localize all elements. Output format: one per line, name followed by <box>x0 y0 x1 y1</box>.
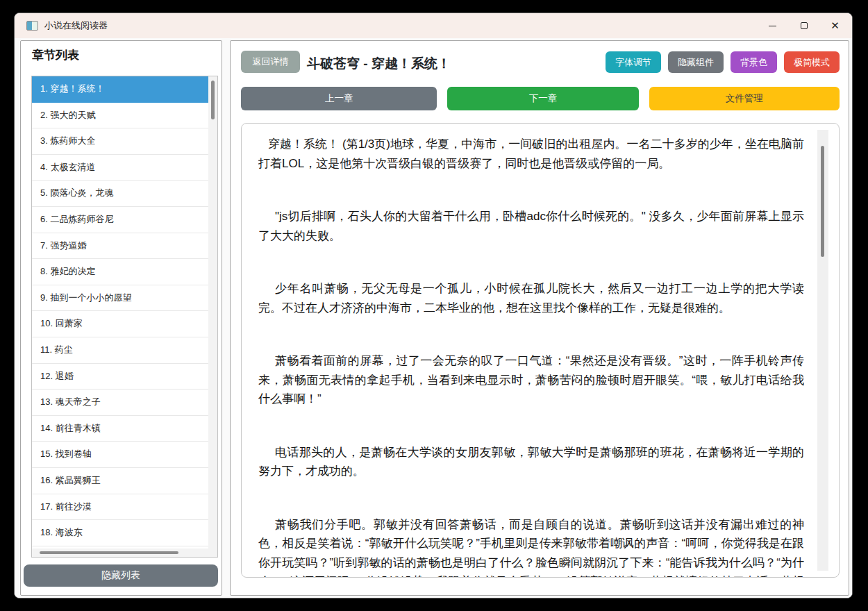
reader-content: 穿越！系统！ (第1/3页)地球，华夏，中海市，一间破旧的出租屋内。一名二十多岁… <box>258 135 804 577</box>
reader-text-area: 穿越！系统！ (第1/3页)地球，华夏，中海市，一间破旧的出租屋内。一名二十多岁… <box>241 123 840 578</box>
app-icon <box>26 21 38 31</box>
window-title: 小说在线阅读器 <box>44 19 108 32</box>
reader-paragraph: 少年名叫萧畅，无父无母是一个孤儿，小时候在孤儿院长大，然后又一边打工一边上学的把… <box>258 279 804 317</box>
chapter-item[interactable]: 18. 海波东 <box>32 520 208 546</box>
chapter-list: 1. 穿越！系统！2. 强大的天赋3. 炼药师大全4. 太极玄清道5. 陨落心炎… <box>31 76 218 558</box>
next-chapter-button[interactable]: 下一章 <box>447 87 638 110</box>
chapter-item[interactable]: 10. 回萧家 <box>32 311 208 337</box>
reader-scrollbar-thumb[interactable] <box>821 146 824 257</box>
minimal-mode-button[interactable]: 极简模式 <box>784 51 840 73</box>
reader-paragraph: 穿越！系统！ (第1/3页)地球，华夏，中海市，一间破旧的出租屋内。一名二十多岁… <box>258 135 804 173</box>
reader-toolbar: 字体调节 隐藏组件 背景色 极简模式 <box>606 51 840 73</box>
reader-paragraph: 萧畅看着面前的屏幕，过了一会无奈的叹了一口气道：“果然还是没有晋级。”这时，一阵… <box>258 351 804 409</box>
chapter-title: 斗破苍穹 - 穿越！系统！ <box>307 55 451 73</box>
prev-chapter-button[interactable]: 上一章 <box>241 87 437 110</box>
reader-panel: 返回详情 斗破苍穹 - 穿越！系统！ 字体调节 隐藏组件 背景色 极简模式 上一… <box>230 40 849 596</box>
chapter-item[interactable]: 13. 魂天帝之子 <box>32 390 208 416</box>
chapter-item[interactable]: 16. 紫晶翼狮王 <box>32 468 208 494</box>
reader-paragraph: 电话那头的人，是萧畅在大学谈的女朋友郭敏，郭敏大学时是萧畅那班的班花，在萧畅将近… <box>258 443 804 481</box>
chapter-list-vertical-scrollbar[interactable] <box>208 76 217 549</box>
maximize-icon <box>801 22 808 29</box>
app-body: 章节列表 1. 穿越！系统！2. 强大的天赋3. 炼药师大全4. 太极玄清道5.… <box>15 38 852 598</box>
minimize-button[interactable] <box>757 13 788 38</box>
chapter-item[interactable]: 12. 退婚 <box>32 364 208 390</box>
chapter-item[interactable]: 3. 炼药师大全 <box>32 128 208 155</box>
chapter-item[interactable]: 14. 前往青木镇 <box>32 416 208 442</box>
maximize-button[interactable] <box>788 13 819 38</box>
chapter-list-horizontal-scrollbar[interactable] <box>32 549 208 557</box>
titlebar: 小说在线阅读器 ✕ <box>15 13 852 38</box>
close-button[interactable]: ✕ <box>819 13 851 38</box>
file-manager-button[interactable]: 文件管理 <box>649 87 840 110</box>
chapter-item[interactable]: 9. 抽到一个小小的愿望 <box>32 285 208 312</box>
font-adjust-button[interactable]: 字体调节 <box>606 51 661 73</box>
reader-paragraph: "js切后排啊，石头人你的大留着干什么用，卧槽adc你什么时候死的。" 没多久，… <box>258 207 804 245</box>
chapter-item[interactable]: 6. 二品炼药师谷尼 <box>32 207 208 233</box>
chapter-nav: 上一章 下一章 文件管理 <box>241 87 840 110</box>
back-to-details-button[interactable]: 返回详情 <box>241 51 300 73</box>
chapter-list-items: 1. 穿越！系统！2. 强大的天赋3. 炼药师大全4. 太极玄清道5. 陨落心炎… <box>32 76 208 549</box>
chapter-item[interactable]: 17. 前往沙漠 <box>32 494 208 521</box>
minimize-icon <box>769 26 776 26</box>
scrollbar-corner <box>208 549 217 557</box>
screen-background: 小说在线阅读器 ✕ 章节列表 1. 穿越！系统！2. 强大的天赋3. 炼药师大全… <box>0 0 868 611</box>
chapter-item[interactable]: 5. 陨落心炎，龙魂 <box>32 181 208 207</box>
chapter-item[interactable]: 4. 太极玄清道 <box>32 155 208 181</box>
background-color-button[interactable]: 背景色 <box>731 51 777 73</box>
window-controls: ✕ <box>757 13 851 38</box>
reader-paragraph: 萧畅我们分手吧。郭敏并没有回答萧畅话，而是自顾自的说道。萧畅听到这话并没有漏出难… <box>258 515 804 577</box>
chapter-item[interactable]: 1. 穿越！系统！ <box>32 76 208 103</box>
vertical-scrollbar-thumb[interactable] <box>211 81 215 119</box>
hide-widgets-button[interactable]: 隐藏组件 <box>668 51 724 73</box>
horizontal-scrollbar-thumb[interactable] <box>40 551 178 554</box>
chapter-item[interactable]: 11. 药尘 <box>32 337 208 364</box>
chapter-item[interactable]: 2. 强大的天赋 <box>32 103 208 129</box>
chapter-item[interactable]: 15. 找到卷轴 <box>32 442 208 468</box>
chapter-item[interactable]: 7. 强势逼婚 <box>32 233 208 260</box>
chapter-sidebar: 章节列表 1. 穿越！系统！2. 强大的天赋3. 炼药师大全4. 太极玄清道5.… <box>20 40 222 596</box>
app-window: 小说在线阅读器 ✕ 章节列表 1. 穿越！系统！2. 强大的天赋3. 炼药师大全… <box>14 12 853 599</box>
hide-list-button[interactable]: 隐藏列表 <box>24 564 218 587</box>
chapter-item[interactable]: 8. 雅妃的决定 <box>32 259 208 285</box>
reader-vertical-scrollbar[interactable] <box>817 130 828 571</box>
sidebar-title: 章节列表 <box>32 47 79 63</box>
